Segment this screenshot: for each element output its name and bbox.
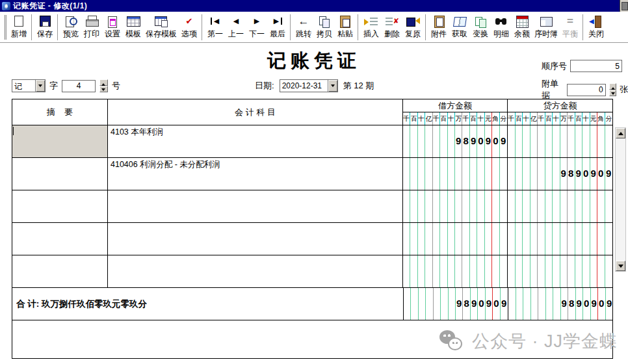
- digit-cell: [530, 255, 538, 287]
- toolbar-button-setup[interactable]: 设置: [102, 14, 123, 41]
- toolbar-button-savetpl[interactable]: 保存模板: [144, 14, 179, 41]
- digit-cell: [500, 255, 507, 287]
- account-cell[interactable]: [108, 255, 403, 287]
- toolbar-button-equal[interactable]: =平衡: [560, 14, 581, 41]
- stepper-up-icon[interactable]: [609, 83, 616, 90]
- digit-cell: [470, 190, 477, 222]
- voucher-number-input[interactable]: [62, 80, 96, 92]
- digit-cell: [410, 255, 417, 287]
- toolbar-button-detail[interactable]: 明细: [491, 14, 512, 41]
- toolbar-button-get[interactable]: 获取: [449, 14, 470, 41]
- attached-docs-stepper[interactable]: [609, 83, 616, 96]
- digit-cell: [538, 255, 545, 287]
- toolbar-button-close[interactable]: ◀关闭: [586, 14, 607, 41]
- digit-col-label: 千: [568, 112, 575, 125]
- digit-cell: [605, 125, 613, 157]
- debit-amount-cell[interactable]: [403, 223, 508, 255]
- toolbar-button-prev[interactable]: ◀上一: [226, 14, 246, 41]
- toolbar-button-label: 明细: [493, 29, 509, 40]
- digit-cell: [440, 125, 447, 157]
- credit-amount-cell[interactable]: [508, 223, 612, 255]
- debit-amount-cell[interactable]: [403, 255, 508, 287]
- digit-cell: [568, 190, 575, 222]
- digit-cell: [545, 255, 553, 287]
- attached-docs-input[interactable]: [567, 84, 606, 96]
- toolbar-button-attach[interactable]: 附件: [428, 14, 449, 41]
- stepper-down-icon[interactable]: [609, 90, 616, 96]
- digit-cell: [448, 255, 455, 287]
- toolbar-button-preview[interactable]: 预览: [60, 14, 81, 41]
- dropdown-arrow-icon[interactable]: [328, 80, 337, 92]
- del-icon: ✘: [384, 15, 400, 28]
- digit-cell: 9: [471, 288, 478, 320]
- serial-number-label: 顺序号: [542, 60, 567, 72]
- dropdown-arrow-icon[interactable]: [35, 80, 45, 92]
- debit-amount-cell[interactable]: [403, 158, 508, 190]
- toolbar-button-del[interactable]: ✘删除: [382, 14, 402, 41]
- scroll-up-icon[interactable]: [616, 128, 625, 138]
- summary-cell[interactable]: [12, 223, 108, 255]
- credit-amount-cell[interactable]: 9890909: [508, 158, 612, 190]
- voucher-number-stepper[interactable]: [99, 79, 108, 92]
- account-cell[interactable]: [108, 223, 403, 255]
- toolbar-button-options[interactable]: ✔选项: [179, 14, 200, 41]
- serial-number-input[interactable]: [570, 60, 622, 72]
- toolbar-button-jump[interactable]: ←跳转: [293, 14, 314, 41]
- window-title: 记账凭证 - 修改(1/1): [13, 1, 87, 12]
- debit-amount-cell[interactable]: [403, 190, 508, 222]
- digit-col-label: 百: [575, 112, 583, 125]
- summary-cell[interactable]: [12, 158, 108, 190]
- toolbar-button-paste[interactable]: 粘贴: [335, 14, 356, 41]
- window-control-partial[interactable]: [620, 0, 628, 12]
- toolbar-button-save[interactable]: 保存: [34, 14, 55, 41]
- account-cell[interactable]: 410406 利润分配 - 未分配利润: [108, 158, 403, 190]
- toolbar-button-balance[interactable]: 余额: [512, 14, 532, 41]
- toolbar-button-new[interactable]: 新增: [8, 14, 29, 41]
- total-debit-cell[interactable]: 9890909: [404, 288, 508, 320]
- credit-amount-cell[interactable]: [508, 125, 612, 157]
- account-cell[interactable]: 4103 本年利润: [108, 125, 403, 157]
- vertical-scrollbar[interactable]: [615, 127, 626, 272]
- table-header: 摘 要 会 计 科 目 借方金额 贷方金额 千百十亿千百十万千百十元角分 千百十…: [12, 99, 612, 125]
- digit-cell: [560, 125, 568, 157]
- toolbar-button-journal[interactable]: 序时簿: [532, 14, 560, 41]
- debit-amount-cell[interactable]: 9890909: [403, 125, 508, 157]
- total-credit-cell[interactable]: 9890909: [508, 288, 613, 320]
- toolbar-button-insert[interactable]: 插入: [361, 14, 382, 41]
- digit-cell: 9: [591, 288, 599, 320]
- toolbar-separator: [290, 14, 291, 40]
- credit-digit-scale: 千百十亿千百十万千百十元角分: [508, 112, 612, 125]
- toolbar-button-last[interactable]: ▶最后: [267, 14, 288, 41]
- toolbar-button-template[interactable]: 模板: [123, 14, 144, 41]
- stepper-up-icon[interactable]: [99, 79, 108, 86]
- stepper-down-icon[interactable]: [99, 86, 108, 92]
- toolbar-button-copy[interactable]: 拷贝: [314, 14, 335, 41]
- summary-cell[interactable]: [12, 125, 108, 157]
- summary-cell[interactable]: [12, 255, 108, 287]
- digit-cell: 9: [605, 158, 613, 190]
- digit-cell: 0: [493, 288, 500, 320]
- toolbar-button-restore[interactable]: 复原: [402, 14, 423, 41]
- table-row: [12, 255, 612, 288]
- digit-cell: [455, 255, 462, 287]
- summary-cell[interactable]: [12, 190, 108, 222]
- digit-cell: 8: [568, 158, 575, 190]
- credit-amount-cell[interactable]: [508, 190, 612, 222]
- table-body: 4103 本年利润9890909410406 利润分配 - 未分配利润98909…: [12, 125, 612, 288]
- digit-cell: [582, 255, 590, 287]
- digit-cell: [508, 255, 516, 287]
- scroll-down-icon[interactable]: [616, 261, 625, 271]
- toolbar-button-next[interactable]: ▶下一: [246, 14, 267, 41]
- digit-cell: [410, 223, 417, 255]
- voucher-word-dropdown[interactable]: 记: [12, 79, 46, 92]
- toolbar-button-print[interactable]: 打印: [81, 14, 102, 41]
- toolbar-grip[interactable]: [4, 15, 7, 40]
- account-cell[interactable]: [108, 190, 403, 222]
- toolbar-button-first[interactable]: ◀第一: [205, 14, 226, 41]
- digit-cell: [553, 158, 560, 190]
- toolbar-button-trans[interactable]: 变换: [470, 14, 491, 41]
- digit-cell: [410, 158, 417, 190]
- digit-cell: [455, 190, 462, 222]
- credit-amount-cell[interactable]: [508, 255, 612, 287]
- date-dropdown[interactable]: 2020-12-31: [280, 79, 338, 92]
